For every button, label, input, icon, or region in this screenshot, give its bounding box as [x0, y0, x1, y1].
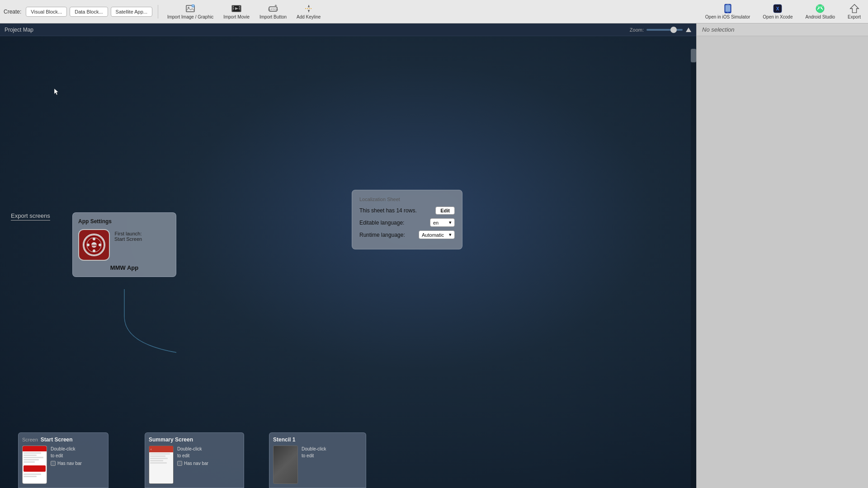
svg-marker-21 [307, 10, 310, 11]
editable-language-select[interactable]: en ▾ [430, 218, 455, 227]
canvas-scrollbar-thumb[interactable] [691, 49, 696, 62]
svg-point-31 [821, 8, 822, 9]
canvas-area[interactable]: Project Map Zoom: E [0, 23, 696, 488]
stencil-title: Stencil 1 [273, 436, 295, 443]
start-screen-thumbnail [22, 446, 47, 484]
main-area: Project Map Zoom: E [0, 23, 868, 488]
android-studio-button[interactable]: Android Studio [802, 3, 839, 20]
svg-marker-35 [686, 28, 691, 32]
summary-screen-card[interactable]: Summary Screen ‹ [145, 432, 244, 488]
xcode-icon: X [773, 4, 783, 14]
import-image-icon [185, 4, 195, 14]
localization-rows-text: This sheet has 14 rows. [359, 207, 417, 214]
import-movie-button[interactable]: Import Movie [220, 3, 253, 20]
app-logo-inner: MMW [83, 234, 105, 256]
svg-rect-23 [725, 5, 730, 12]
canvas-title: Project Map [5, 27, 33, 33]
svg-rect-11 [239, 8, 241, 9]
runtime-lang-chevron-icon: ▾ [449, 232, 452, 238]
canvas-scrollbar[interactable] [691, 49, 696, 488]
app-first-launch: First launch: Start Screen [114, 231, 142, 242]
export-button[interactable]: Export [844, 3, 864, 20]
localization-rows-row: This sheet has 14 rows. Edit [359, 206, 455, 215]
export-icon [849, 4, 859, 14]
right-panel-content [697, 36, 868, 488]
start-screen-nav-bar-checkbox[interactable]: Has nav bar [51, 461, 82, 466]
svg-point-29 [816, 5, 824, 13]
screen-label: Screen [22, 437, 38, 442]
android-studio-label: Android Studio [805, 14, 835, 19]
stencil-thumb-bg [274, 446, 297, 483]
no-selection-text: No selection [702, 26, 735, 33]
runtime-language-select[interactable]: Automatic ▾ [419, 230, 455, 239]
localization-editable-lang-row: Editable language: en ▾ [359, 218, 455, 227]
create-label: Create: [4, 9, 21, 15]
svg-point-40 [93, 249, 95, 252]
stencil-card[interactable]: Stencil 1 Double-click to edit [269, 432, 366, 488]
start-screen-body: Double-click to edit Has nav bar [22, 446, 104, 484]
import-movie-icon [231, 4, 241, 14]
svg-point-42 [99, 244, 101, 246]
svg-text:MMW: MMW [91, 244, 97, 247]
android-studio-icon [815, 4, 825, 14]
separator-1 [158, 5, 158, 19]
export-label: Export [848, 14, 861, 19]
canvas-background[interactable]: Export screens App Settings [0, 36, 696, 488]
svg-point-24 [727, 12, 728, 13]
svg-text:BUTTON: BUTTON [268, 8, 278, 11]
data-block-button[interactable]: Data Block... [70, 7, 108, 17]
zoom-label: Zoom: [630, 27, 644, 33]
cursor [54, 89, 60, 94]
summary-screen-title: Summary Screen [149, 436, 193, 443]
summary-screen-info: Double-click to edit Has nav bar [177, 446, 208, 466]
app-settings-title: App Settings [78, 218, 170, 225]
satellite-app-button[interactable]: Satellite App... [111, 7, 152, 17]
localization-title: Localization Sheet [359, 197, 455, 202]
open-ios-simulator-button[interactable]: Open in iOS Simulator [702, 3, 754, 20]
start-screen-title: Start Screen [41, 436, 73, 443]
add-keyline-button[interactable]: Add Keyline [293, 3, 324, 20]
import-image-label: Import Image / Graphic [167, 14, 213, 19]
localization-panel[interactable]: Localization Sheet This sheet has 14 row… [352, 190, 462, 249]
svg-marker-20 [307, 6, 310, 7]
start-screen-card[interactable]: Screen Start Screen [18, 432, 108, 488]
open-xcode-button[interactable]: X Open in Xcode [759, 3, 796, 20]
app-settings-card[interactable]: App Settings [72, 212, 176, 277]
nav-bar-checkbox-box[interactable] [51, 461, 56, 466]
open-xcode-label: Open in Xcode [763, 14, 793, 19]
svg-rect-9 [233, 8, 234, 9]
add-keyline-icon [304, 4, 314, 14]
visual-block-button[interactable]: Visual Block... [26, 7, 67, 17]
right-panel: No selection [696, 23, 868, 488]
svg-rect-8 [233, 6, 234, 8]
editable-lang-chevron-icon: ▾ [449, 220, 452, 225]
localization-runtime-lang-row: Runtime language: Automatic ▾ [359, 230, 455, 239]
stencil-thumbnail [273, 446, 298, 484]
right-panel-header: No selection [697, 23, 868, 36]
app-settings-content: MMW First launch: Start Screen [78, 229, 170, 261]
stencil-body: Double-click to edit [273, 446, 362, 484]
zoom-triangle-icon [685, 27, 692, 33]
export-screens-label: Export screens [11, 212, 50, 221]
summary-screen-nav-bar-checkbox[interactable]: Has nav bar [177, 461, 208, 466]
summary-nav-bar-checkbox-box[interactable] [177, 461, 182, 466]
import-image-button[interactable]: Import Image / Graphic [164, 3, 217, 20]
editable-language-label: Editable language: [359, 220, 404, 226]
runtime-language-label: Runtime language: [359, 232, 405, 238]
localization-edit-button[interactable]: Edit [435, 206, 455, 215]
import-movie-label: Import Movie [223, 14, 250, 19]
add-keyline-label: Add Keyline [297, 14, 321, 19]
stencil-info: Double-click to edit [302, 446, 326, 459]
runtime-language-value: Automatic [422, 232, 444, 238]
svg-marker-34 [850, 5, 858, 13]
zoom-slider[interactable] [646, 29, 683, 31]
summary-screen-thumbnail: ‹ [149, 446, 174, 484]
import-button-label: Import Button [259, 14, 287, 19]
start-screen-info: Double-click to edit Has nav bar [51, 446, 82, 466]
svg-rect-25 [726, 5, 729, 5]
svg-text:X: X [776, 6, 779, 11]
app-logo: MMW [78, 229, 110, 261]
toolbar-right: Open in iOS Simulator X Open in Xcode An… [702, 3, 864, 20]
import-button-button[interactable]: BUTTON Import Button [256, 3, 290, 20]
app-name: MMW App [78, 264, 170, 271]
